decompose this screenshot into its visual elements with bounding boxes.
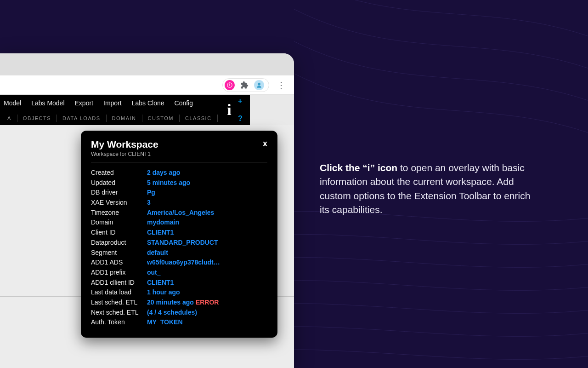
overlay-row-key: ADD1 ADS xyxy=(91,258,147,268)
copy-bold: Click the “i” icon xyxy=(320,162,397,173)
overlay-row-key: Created xyxy=(91,168,147,178)
overlay-row-value: w65f0uao6yp378cludt… xyxy=(147,258,220,268)
overlay-row-key: Domain xyxy=(91,218,147,228)
overlay-title: My Workspace xyxy=(91,139,158,150)
overlay-row-value: America/Los_Angeles xyxy=(147,208,214,218)
overlay-row-value: out_ xyxy=(147,268,161,278)
toolbar-item-export[interactable]: Export xyxy=(75,99,93,107)
overlay-row-value: Pg xyxy=(147,188,155,198)
overlay-row-error: ERROR xyxy=(196,298,219,308)
subtab-a[interactable]: A xyxy=(2,115,17,122)
browser-menu-icon[interactable]: ⋮ xyxy=(275,80,288,90)
svg-point-1 xyxy=(229,84,230,85)
overlay-row-key: Auth. Token xyxy=(91,317,147,328)
overlay-row: Last sched. ETL20 minutes agoERROR xyxy=(91,298,267,308)
overlay-row: ADD1 cllient IDCLIENT1 xyxy=(91,278,267,288)
overlay-row-value: 2 days ago xyxy=(147,168,180,178)
overlay-rows: Created2 days agoUpdated5 minutes agoDB … xyxy=(91,168,267,328)
overlay-subtitle: Workspace for CLIENT1 xyxy=(91,151,158,157)
overlay-row-value: 3 xyxy=(147,198,151,208)
subtab-classic[interactable]: CLASSIC xyxy=(180,115,218,122)
overlay-row: TimezoneAmerica/Los_Angeles xyxy=(91,208,267,218)
overlay-row-key: ADD1 prefix xyxy=(91,268,147,278)
overlay-row-key: XAE Version xyxy=(91,198,147,208)
extension-icon-pink[interactable] xyxy=(225,80,235,90)
overlay-row-value: 20 minutes ago xyxy=(147,298,194,308)
browser-window: ⋮ Model Labs Model Export Import Labs Cl… xyxy=(0,53,294,368)
close-icon[interactable]: x xyxy=(263,139,267,149)
subtab-objects[interactable]: OBJECTS xyxy=(17,115,57,122)
extensions-icon[interactable] xyxy=(239,80,249,90)
overlay-row-key: DB driver xyxy=(91,188,147,198)
overlay-row-key: Segment xyxy=(91,248,147,258)
overlay-row: DataproductSTANDARD_PRODUCT xyxy=(91,238,267,248)
app-toolbar: Model Labs Model Export Import Labs Clon… xyxy=(0,95,294,125)
overlay-row-key: ADD1 cllient ID xyxy=(91,278,147,288)
overlay-row-value: mydomain xyxy=(147,218,179,228)
toolbar-item-labs-clone[interactable]: Labs Clone xyxy=(132,99,164,107)
overlay-row-key: Next sched. ETL xyxy=(91,308,147,318)
overlay-row-value: CLIENT1 xyxy=(147,228,174,238)
browser-tab-strip xyxy=(0,53,294,75)
toolbar-item-model[interactable]: Model xyxy=(4,99,21,107)
overlay-row: ADD1 prefixout_ xyxy=(91,268,267,278)
overlay-row: ADD1 ADSw65f0uao6yp378cludt… xyxy=(91,258,267,268)
overlay-row: Next sched. ETL(4 / 4 schedules) xyxy=(91,308,267,318)
overlay-row: Updated5 minutes ago xyxy=(91,178,267,188)
overlay-row-value: default xyxy=(147,248,168,258)
overlay-row: DB driverPg xyxy=(91,188,267,198)
overlay-row: Auth. TokenMY_TOKEN xyxy=(91,317,267,328)
overlay-row: Client IDCLIENT1 xyxy=(91,228,267,238)
overlay-row-key: Dataproduct xyxy=(91,238,147,248)
overlay-row-value: 5 minutes ago xyxy=(147,178,190,188)
svg-point-2 xyxy=(258,82,260,85)
toolbar-main-row: Model Labs Model Export Import Labs Clon… xyxy=(0,95,220,111)
subtab-data-loads[interactable]: DATA LOADS xyxy=(57,115,106,122)
overlay-row-value: CLIENT1 xyxy=(147,278,174,288)
marketing-copy: Click the “i” icon to open an overlay wi… xyxy=(320,161,540,217)
overlay-row-key: Timezone xyxy=(91,208,147,218)
profile-icon[interactable] xyxy=(254,80,264,90)
app-content: My Workspace Workspace for CLIENT1 x Cre… xyxy=(0,125,294,368)
overlay-row-value: STANDARD_PRODUCT xyxy=(147,238,218,248)
overlay-row-value: MY_TOKEN xyxy=(147,317,183,328)
toolbar-item-config[interactable]: Config xyxy=(175,99,193,107)
subtab-domain[interactable]: DOMAIN xyxy=(107,115,142,122)
toolbar-right-tools: i + ? xyxy=(220,95,250,125)
overlay-row: XAE Version3 xyxy=(91,198,267,208)
overlay-divider xyxy=(91,162,267,162)
overlay-row-key: Last sched. ETL xyxy=(91,298,147,308)
workspace-overlay: My Workspace Workspace for CLIENT1 x Cre… xyxy=(81,131,277,338)
info-icon[interactable]: i xyxy=(220,95,238,125)
toolbar-item-labs-model[interactable]: Labs Model xyxy=(31,99,64,107)
overlay-row: Segmentdefault xyxy=(91,248,267,258)
overlay-row-value: (4 / 4 schedules) xyxy=(147,308,197,318)
overlay-row-value: 1 hour ago xyxy=(147,288,180,298)
add-icon[interactable]: + xyxy=(238,98,243,105)
overlay-row: Created2 days ago xyxy=(91,168,267,178)
overlay-row: Last data load1 hour ago xyxy=(91,288,267,298)
toolbar-sub-row: A OBJECTS DATA LOADS DOMAIN CUSTOM CLASS… xyxy=(0,111,220,125)
toolbar-item-import[interactable]: Import xyxy=(103,99,122,107)
subtab-custom[interactable]: CUSTOM xyxy=(142,115,180,122)
browser-toolbar: ⋮ xyxy=(0,75,294,95)
overlay-row-key: Updated xyxy=(91,178,147,188)
overlay-row-key: Last data load xyxy=(91,288,147,298)
help-icon[interactable]: ? xyxy=(238,115,243,122)
extension-pill xyxy=(222,78,269,92)
overlay-row: Domainmydomain xyxy=(91,218,267,228)
overlay-row-key: Client ID xyxy=(91,228,147,238)
